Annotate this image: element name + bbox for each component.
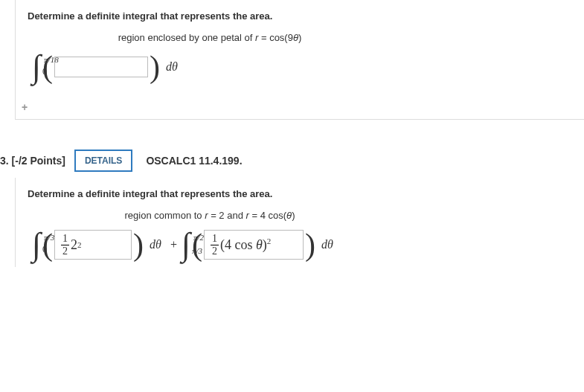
q2-ans1-den: 2 [62, 245, 68, 257]
q2-ans2-inner-a: (4 cos [220, 237, 256, 252]
question-header: 3. [-/2 Points] DETAILS OSCALC1 11.4.199… [0, 150, 584, 172]
q1-eq-rhs: = cos(9 [258, 32, 293, 43]
question-1-block: Determine a definite integral that repre… [15, 0, 584, 120]
q1-prompt: Determine a definite integral that repre… [28, 10, 577, 22]
q1-answer-input[interactable] [54, 57, 148, 77]
q2-ans1-base: 2 [71, 237, 77, 253]
plus-sign: + [170, 238, 177, 251]
details-button[interactable]: DETAILS [74, 150, 132, 172]
question-2-block: Determine a definite integral that repre… [15, 178, 584, 267]
integral-sign-icon: ∫ [32, 230, 41, 260]
expand-handle[interactable]: + [22, 101, 28, 113]
qpoints: [-/2 Points] [9, 155, 65, 167]
qnum-value: 3. [0, 155, 9, 167]
theta-glyph: θ [293, 32, 298, 43]
q2-answer-2[interactable]: 1 2 (4 cos θ)2 [204, 230, 304, 260]
q2-ans1-pow: 2 [77, 240, 82, 249]
theta-glyph-3: θ [256, 237, 263, 252]
q2-int2-upper: π/2 [193, 233, 204, 242]
right-paren-icon: ) [150, 54, 160, 80]
q2-int2-lower: π/3 [192, 246, 202, 255]
q1-integral: ∫ π/18 0 [32, 52, 41, 82]
right-paren-icon: ) [305, 231, 315, 258]
q2-dtheta-1: dθ [150, 238, 161, 251]
q2-ans2-den: 2 [212, 245, 217, 257]
q2-int1-lower: 0 [42, 244, 47, 255]
q2-subprompt: region common to r = 2 and r = 4 cos(θ) [57, 210, 362, 221]
q2-sub-prefix: region common to [125, 210, 205, 221]
q2-ans2-frac: 1 2 [211, 234, 219, 257]
question-ref: OSCALC1 11.4.199. [146, 155, 242, 167]
q2-integral-2: ∫ π/2 π/3 [182, 230, 190, 260]
q2-ans2-inner: (4 cos θ)2 [220, 237, 271, 253]
q2-prompt: Determine a definite integral that repre… [28, 188, 577, 199]
question-number: 3. [-/2 Points] [0, 155, 65, 167]
q2-ans1-frac: 1 2 [61, 234, 69, 257]
q1-int-upper: π/18 [44, 55, 59, 64]
q2-dtheta-2: dθ [321, 238, 333, 251]
q2-eq2-tail: ) [292, 210, 295, 221]
integral-sign-icon: ∫ [32, 52, 41, 82]
q2-eq2-rhs: = 4 cos( [249, 210, 286, 221]
q2-eq1-rhs: = 2 and [208, 210, 246, 221]
q2-ans2-pow: 2 [267, 237, 272, 245]
q1-eq-tail: ) [298, 32, 301, 43]
q2-int1-upper: π/3 [44, 233, 54, 242]
q2-integral-1: ∫ π/3 0 [32, 230, 41, 260]
integral-sign-icon: ∫ [182, 230, 190, 260]
q1-subprompt: region enclosed by one petal of r = cos(… [57, 32, 362, 43]
right-paren-icon: ) [133, 231, 144, 258]
q1-int-lower: 0 [42, 66, 47, 77]
q2-ans1-num: 1 [61, 234, 69, 245]
q2-ans2-num: 1 [211, 234, 219, 245]
q1-dtheta: dθ [166, 60, 178, 74]
q1-sub-prefix: region enclosed by one petal of [118, 32, 255, 43]
q2-integral-row: ∫ π/3 0 ( 1 2 22 ) dθ + ∫ π/2 π/3 ( [32, 230, 577, 260]
q2-answer-1[interactable]: 1 2 22 [54, 230, 132, 260]
q1-integral-row: ∫ π/18 0 ( ) dθ [32, 52, 577, 82]
